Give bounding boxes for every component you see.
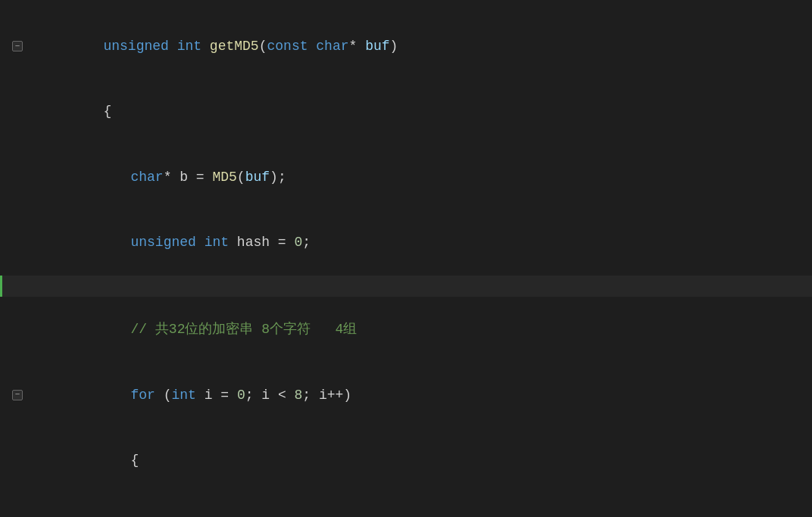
token: 8: [295, 388, 303, 403]
line-gutter-5: [0, 276, 38, 297]
line-gutter-1: −: [0, 14, 38, 79]
token: ; i <: [245, 388, 295, 403]
code-line-5: [0, 276, 812, 297]
token: i =: [205, 388, 237, 403]
line-content-7: for (int i = 0; i < 8; i++): [38, 363, 812, 428]
token: for: [130, 388, 163, 403]
line-content-1: unsigned int getMD5(const char* buf): [38, 14, 812, 79]
token: (: [164, 388, 172, 403]
fold-icon-1[interactable]: −: [12, 41, 23, 51]
code-line-9: hash += ((int)(b[i * 4 + 3] & 0xFF) << 2…: [0, 494, 812, 517]
line-content-8: {: [38, 428, 812, 493]
token: 0: [294, 235, 302, 250]
token: * b =: [164, 170, 213, 185]
token: (: [237, 170, 245, 185]
code-line-8: {: [0, 428, 812, 493]
token: 0: [237, 388, 245, 403]
line-gutter-6: [0, 297, 38, 362]
line-content-9: hash += ((int)(b[i * 4 + 3] & 0xFF) << 2…: [38, 494, 812, 517]
line-content-6: // 共32位的加密串 8个字符 4组: [38, 297, 812, 362]
token: const: [267, 39, 316, 54]
token: buf: [245, 170, 270, 185]
code-line-3: char* b = MD5(buf);: [0, 145, 812, 210]
code-line-7: − for (int i = 0; i < 8; i++): [0, 363, 812, 428]
line-content-5: [38, 276, 812, 297]
line-gutter-2: [0, 79, 38, 144]
token: );: [270, 170, 286, 185]
token: char: [316, 39, 348, 54]
line-gutter-9: [0, 494, 38, 517]
token: unsigned: [130, 235, 204, 250]
fold-icon-7[interactable]: −: [12, 390, 23, 400]
code-line-6: // 共32位的加密串 8个字符 4组: [0, 297, 812, 362]
token: unsigned: [103, 39, 176, 54]
line-content-3: char* b = MD5(buf);: [38, 145, 812, 210]
code-line-4: unsigned int hash = 0;: [0, 210, 812, 275]
token: int: [177, 39, 210, 54]
token: buf: [365, 39, 389, 54]
token: int: [171, 388, 204, 403]
comment-token: // 共32位的加密串 8个字符 4组: [130, 322, 357, 337]
token: ;: [302, 235, 311, 250]
code-editor: − unsigned int getMD5(const char* buf) {…: [0, 0, 812, 517]
token: {: [103, 104, 111, 119]
code-line-1: − unsigned int getMD5(const char* buf): [0, 14, 812, 79]
line-gutter-7: −: [0, 363, 38, 428]
token: MD5: [212, 170, 236, 185]
token: int: [205, 235, 237, 250]
line-content-2: {: [38, 79, 812, 144]
token: getMD5: [210, 39, 259, 54]
token: (: [259, 39, 267, 54]
token: *: [349, 39, 366, 54]
token: char: [130, 170, 163, 185]
token: ; i++): [302, 388, 351, 403]
token: ): [390, 39, 398, 54]
token: {: [130, 453, 139, 468]
line-gutter-4: [0, 210, 38, 275]
token: hash =: [237, 235, 295, 250]
code-line-2: {: [0, 79, 812, 144]
line-gutter-8: [0, 428, 38, 493]
line-gutter-3: [0, 145, 38, 210]
line-content-4: unsigned int hash = 0;: [38, 210, 812, 275]
